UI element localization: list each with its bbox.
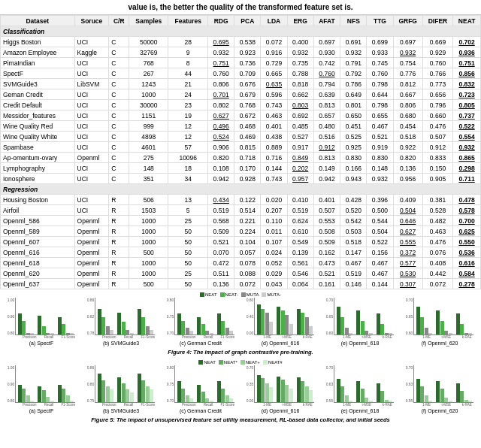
chart-container: 0.700.650.601-MEt-MSEk-RAE(e) Openml_618 xyxy=(322,298,398,346)
chart-container: 0.700.630.551-MEt-MSEk-RAE(f) Openml_620 xyxy=(402,365,477,413)
chart-container: 0.700.350.001-MEt-MSEk-RAE(d) Openml_616 xyxy=(243,365,318,413)
table-row: Openml_616OpenmlR500500.0700.0570.0240.1… xyxy=(1,247,481,258)
table-row: Wine Quality WhiteUCIC4898120.5240.4690.… xyxy=(1,132,481,142)
table-row: Credit DefaultUCIC30000230.8020.7680.743… xyxy=(1,100,481,110)
table-row: Openml_618OpenmlR1000500.4720.0780.0520.… xyxy=(1,258,481,268)
table-row: IonosphereUCIC351340.9420.9280.7430.9570… xyxy=(1,174,481,184)
table-row: Openml_586OpenmlR1000250.5680.2210.1100.… xyxy=(1,216,481,226)
chart-container: 0.860.820.78PrecisionRecallF1-Score(b) S… xyxy=(83,298,159,346)
data-table: Dataset Soruce C/R Samples Features RDG … xyxy=(0,15,481,289)
col-grfg: GRFG xyxy=(393,16,422,26)
col-nfs: NFS xyxy=(340,16,367,26)
legend-item: NEAT- xyxy=(220,292,238,297)
legend-item: NEAT+ xyxy=(240,360,260,365)
table-row: Amazon EmployeeKaggleC3276990.9320.9230.… xyxy=(1,47,481,58)
table-row: Openml_620OpenmlR1000250.5110.0880.0290.… xyxy=(1,268,481,279)
figure5-caption: Figure 5: The impact of unsupervised fea… xyxy=(2,415,479,425)
legend-item: MUTA- xyxy=(262,292,281,297)
figure4-charts: 1.000.900.80PrecisionRecallF1-Score(a) S… xyxy=(2,298,479,346)
legend-item: NEAT xyxy=(200,292,217,297)
table-row: Geman CreditUCIC1000240.7010.6790.5960.6… xyxy=(1,89,481,100)
table-row: SVMGuide3LibSVMC1243210.8060.6760.6350.8… xyxy=(1,79,481,89)
chart-container: 0.700.630.551-MEt-MSEk-RAE(e) Openml_618 xyxy=(322,365,398,413)
chart-container: 0.700.650.601-MEt-MSEk-RAE(f) Openml_620 xyxy=(402,298,477,346)
figure5-section: NEATNEAT*NEAT+NEAT# 1.000.900.80Precisio… xyxy=(0,359,481,426)
col-dataset: Dataset xyxy=(1,16,75,26)
table-row: Higgs BostonUCIC50000280.6950.5380.0720.… xyxy=(1,37,481,47)
col-ttg: TTG xyxy=(367,16,393,26)
table-row: Openml_607OpenmlR1000500.5210.1040.1070.… xyxy=(1,237,481,247)
col-erg: ERG xyxy=(287,16,313,26)
col-neat: NEAT xyxy=(453,16,481,26)
chart-container: 0.800.400.001-MEt-MSEk-RAE(d) Openml_616 xyxy=(243,298,318,346)
chart-container: 0.860.800.75PrecisionRecallF1-Score(b) S… xyxy=(83,365,159,413)
legend-item: NEAT xyxy=(198,360,216,365)
table-row: Openml_637OpenmlR500500.1360.0720.0430.0… xyxy=(1,279,481,289)
col-lda: LDA xyxy=(261,16,287,26)
table-row: Housing BostonUCIR506130.4340.1220.0200.… xyxy=(1,195,481,205)
chart-container: 1.000.900.80PrecisionRecallF1-Score(a) S… xyxy=(4,298,79,346)
chart-container: 0.800.750.70PrecisionRecallF1-Score(c) G… xyxy=(163,298,238,346)
figure4-caption: Figure 4: The impact of graph contrastiv… xyxy=(2,347,479,357)
legend-item: MUTA xyxy=(241,292,259,297)
table-row: SpectFUCIC267440.7600.7090.6650.7880.760… xyxy=(1,68,481,79)
figure4-section: NEATNEAT-MUTAMUTA- 1.000.900.80Precision… xyxy=(0,289,481,359)
table-row: Wine Quality RedUCIC999120.4960.4680.401… xyxy=(1,121,481,132)
table-row: AirfoilUCIR150350.5190.5140.2070.5190.50… xyxy=(1,205,481,216)
col-samples: Samples xyxy=(129,16,168,26)
col-features: Features xyxy=(168,16,208,26)
legend-item: NEAT* xyxy=(219,360,237,365)
table-row: PimaIndianUCIC76880.7510.7360.7290.7350.… xyxy=(1,58,481,68)
col-afat: AFAT xyxy=(313,16,340,26)
col-cr: C/R xyxy=(109,16,129,26)
col-rdg: RDG xyxy=(208,16,234,26)
table-row: Openml_589OpenmlR1000500.5090.2240.0110.… xyxy=(1,226,481,237)
table-row: SpambaseUCIC4601570.9060.8150.8890.9170.… xyxy=(1,142,481,153)
figure5-charts: 1.000.900.80PrecisionRecallF1-Score(a) S… xyxy=(2,365,479,413)
header-text: value is, the better the quality of the … xyxy=(0,0,481,15)
col-difer: DIFER xyxy=(422,16,452,26)
table-row: LymphographyUCIC148180.1080.1700.1440.20… xyxy=(1,163,481,174)
col-pca: PCA xyxy=(234,16,261,26)
legend-item: NEAT# xyxy=(263,360,283,365)
figure4-legend: NEATNEAT-MUTAMUTA- xyxy=(2,292,479,297)
table-row: Ap-omentum-ovaryOpenmlC275100960.8200.71… xyxy=(1,153,481,163)
chart-container: 0.800.750.70PrecisionRecallF1-Score(c) G… xyxy=(163,365,238,413)
figure5-legend: NEATNEAT*NEAT+NEAT# xyxy=(2,360,479,365)
col-source: Soruce xyxy=(74,16,109,26)
chart-container: 1.000.900.80PrecisionRecallF1-Score(a) S… xyxy=(4,365,79,413)
table-row: Messidor_featuresUCIC1151190.6270.6720.4… xyxy=(1,110,481,121)
